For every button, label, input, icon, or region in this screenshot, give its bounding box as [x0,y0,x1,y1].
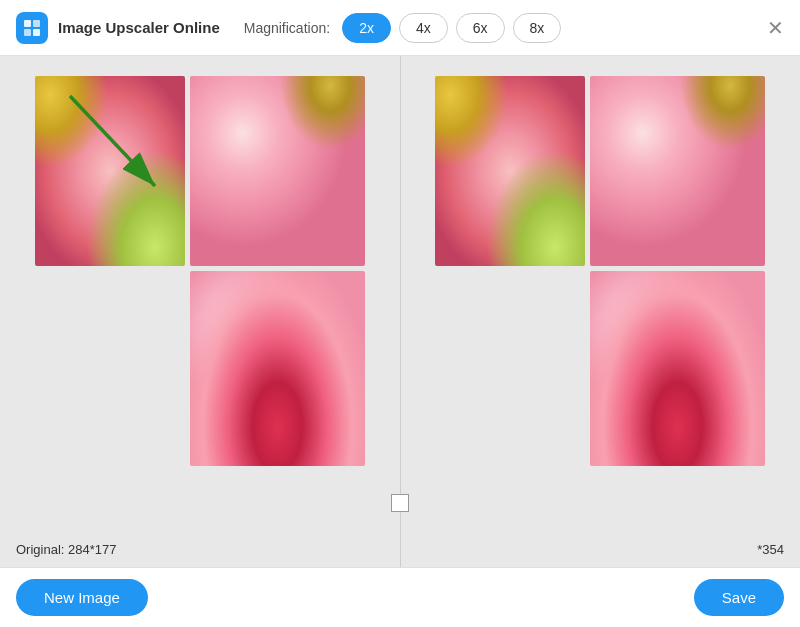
upscaled-panel: *354 [401,56,801,567]
header: Image Upscaler Online Magnification: 2x … [0,0,800,56]
svg-rect-3 [33,29,40,36]
svg-rect-1 [33,20,40,27]
original-size-label: Original: 284*177 [16,531,116,567]
mag-8x-button[interactable]: 8x [513,13,562,43]
mag-6x-button[interactable]: 6x [456,13,505,43]
upscaled-size-text: *354 [757,542,784,557]
upscaled-size-label: *354 [757,531,784,567]
original-panel: Original: 284*177 [0,56,401,567]
original-tile-topright [190,76,365,266]
app-logo [16,12,48,44]
original-size-text: Original: 284*177 [16,542,116,557]
main-area: Original: 284*177 *354 [0,56,800,567]
upscaled-tile-topleft [435,76,585,266]
original-tile-bottomright [190,271,365,466]
svg-rect-2 [24,29,31,36]
logo-icon [22,18,42,38]
upscaled-image-mosaic [435,76,765,466]
original-tile-topleft [35,76,185,266]
app-title: Image Upscaler Online [58,19,220,36]
mag-2x-button[interactable]: 2x [342,13,391,43]
center-divider-checkbox[interactable] [391,494,409,512]
new-image-button[interactable]: New Image [16,579,148,616]
svg-rect-0 [24,20,31,27]
original-image-mosaic [35,76,365,466]
mag-4x-button[interactable]: 4x [399,13,448,43]
upscaled-tile-bottomright [590,271,765,466]
footer: New Image Save [0,567,800,627]
magnification-label: Magnification: [244,20,330,36]
close-button[interactable]: ✕ [767,18,784,38]
upscaled-tile-topright [590,76,765,266]
magnification-buttons: 2x 4x 6x 8x [342,13,561,43]
save-button[interactable]: Save [694,579,784,616]
